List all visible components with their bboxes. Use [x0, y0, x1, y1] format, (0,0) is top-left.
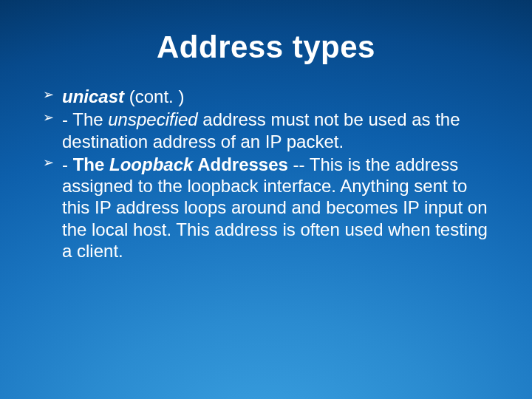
bullet-list: unicast (cont. ) - The unspecified addre… — [43, 86, 489, 262]
bullet-emph: unspecified — [108, 109, 197, 129]
bullet-strong: The — [73, 154, 109, 174]
bullet-strong: Addresses — [193, 154, 288, 174]
bullet-item: unicast (cont. ) — [43, 86, 489, 107]
bullet-emph: unicast — [62, 86, 124, 106]
bullet-item: - The unspecified address must not be us… — [43, 109, 489, 152]
slide-title: Address types — [43, 30, 489, 65]
bullet-text: - The — [62, 109, 108, 129]
slide: Address types unicast (cont. ) - The uns… — [0, 0, 532, 399]
bullet-item: - The Loopback Addresses -- This is the … — [43, 154, 489, 262]
bullet-text: (cont. ) — [124, 86, 184, 106]
bullet-text: - — [62, 154, 73, 174]
bullet-strong-em: Loopback — [109, 154, 193, 174]
